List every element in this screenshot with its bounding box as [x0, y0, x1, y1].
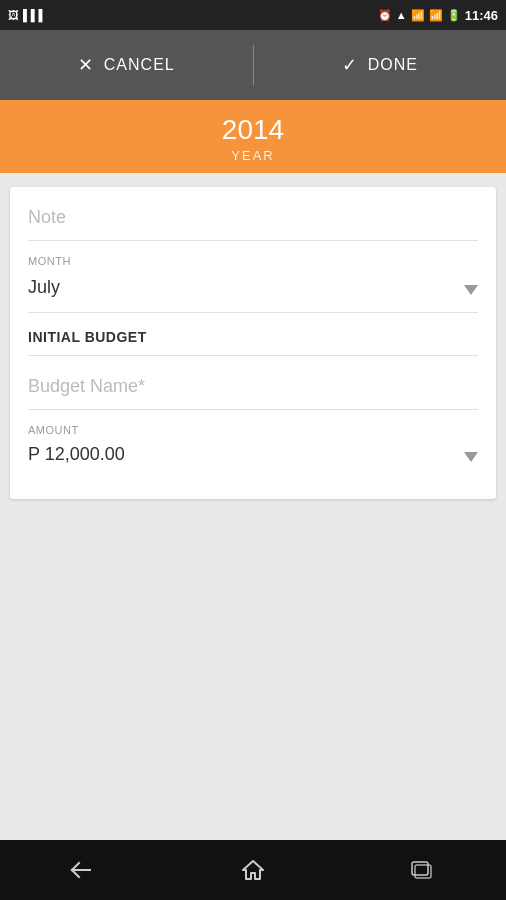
- done-icon: ✓: [342, 54, 358, 76]
- nav-bar: [0, 840, 506, 900]
- budget-name-field-group: [28, 356, 478, 410]
- initial-budget-heading: INITIAL BUDGET: [28, 313, 478, 356]
- alarm-icon: ⏰: [378, 9, 392, 22]
- note-field-group: [28, 187, 478, 241]
- year-label-text: YEAR: [0, 148, 506, 163]
- amount-field-group: AMOUNT P 12,000.00: [28, 410, 478, 479]
- svg-marker-0: [243, 861, 263, 879]
- signal2-icon: 📶: [429, 9, 443, 22]
- back-button[interactable]: [54, 848, 114, 892]
- month-dropdown-arrow-icon: [464, 285, 478, 295]
- status-bar-right: ⏰ ▲ 📶 📶 🔋 11:46: [378, 8, 498, 23]
- status-time: 11:46: [465, 8, 498, 23]
- month-selector[interactable]: July: [28, 271, 478, 306]
- month-label: MONTH: [28, 255, 478, 267]
- home-button[interactable]: [223, 848, 283, 892]
- cancel-label: CANCEL: [104, 56, 175, 74]
- amount-dropdown-arrow-icon: [464, 452, 478, 462]
- cancel-icon: ✕: [78, 54, 94, 76]
- month-field-group: MONTH July: [28, 241, 478, 313]
- battery-icon: 🔋: [447, 9, 461, 22]
- year-value: 2014: [0, 114, 506, 146]
- signal1-icon: 📶: [411, 9, 425, 22]
- done-label: DONE: [368, 56, 418, 74]
- content-area: MONTH July INITIAL BUDGET AMOUNT P 12,00…: [0, 173, 506, 840]
- note-input[interactable]: [28, 201, 478, 234]
- home-icon: [242, 859, 264, 881]
- amount-value: P 12,000.00: [28, 444, 125, 469]
- recents-button[interactable]: [392, 848, 452, 892]
- amount-label: AMOUNT: [28, 424, 478, 436]
- wifi-icon: ▲: [396, 9, 407, 21]
- action-bar: ✕ CANCEL ✓ DONE: [0, 30, 506, 100]
- back-icon: [73, 862, 95, 878]
- year-header: 2014 YEAR: [0, 100, 506, 173]
- status-bar-left: 🖼 ▌▌▌: [8, 9, 46, 21]
- cancel-button[interactable]: ✕ CANCEL: [0, 30, 253, 100]
- amount-selector[interactable]: P 12,000.00: [28, 440, 478, 473]
- recents-icon: [411, 861, 433, 879]
- image-icon: 🖼: [8, 9, 19, 21]
- done-button[interactable]: ✓ DONE: [254, 30, 507, 100]
- form-card: MONTH July INITIAL BUDGET AMOUNT P 12,00…: [10, 187, 496, 499]
- status-bar: 🖼 ▌▌▌ ⏰ ▲ 📶 📶 🔋 11:46: [0, 0, 506, 30]
- bars-icon: ▌▌▌: [23, 9, 46, 21]
- budget-name-input[interactable]: [28, 370, 478, 403]
- month-value: July: [28, 277, 60, 302]
